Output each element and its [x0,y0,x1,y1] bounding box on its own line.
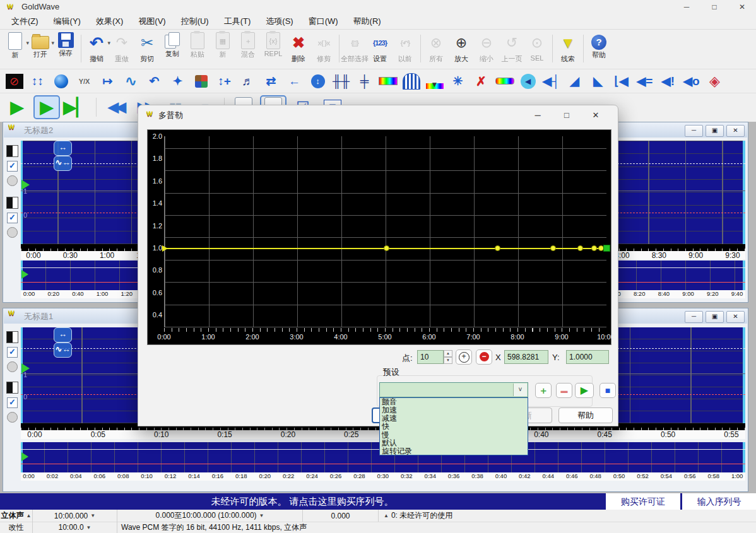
selection-end-marker[interactable] [743,141,745,244]
menu-item[interactable]: 控制(U) [175,14,215,29]
close-button[interactable]: ✕ [726,311,745,323]
channel-radio[interactable] [7,175,18,186]
transport-button[interactable] [93,95,99,119]
preset-option[interactable]: 颤音 [380,398,528,406]
channel-radio[interactable] [7,227,18,238]
channel-mode-cell[interactable]: 立体声▲ [0,510,33,522]
graph-point[interactable] [603,245,610,252]
minimize-button[interactable]: ─ [528,108,547,122]
zoom-in-button[interactable]: ⊕ 放大 ▾ [449,32,474,67]
points-spinner[interactable]: ▲▼ [444,350,452,364]
buy-license-button[interactable]: 购买许可证 [606,493,680,510]
add-point-button[interactable]: + [456,349,472,365]
playback-device-effect-button[interactable]: ◀ [517,72,538,91]
reverse-effect-button[interactable]: ↶ [144,72,165,91]
menu-item[interactable]: 帮助(R) [347,14,387,29]
match-volume-effect-button[interactable]: ◀= [634,72,655,91]
spectrum-down-effect-button[interactable]: ▼ [424,72,445,91]
channel-checkbox[interactable]: ✓ [7,347,18,358]
enter-serial-button[interactable]: 输入序列号 [682,493,756,510]
graph-point[interactable] [577,245,583,251]
delete-button[interactable]: ✖ 删除 ▾ [286,32,311,67]
pan-effect-button[interactable]: ◈ [704,72,725,91]
select-all-button[interactable]: {▯} 全部选择 ▾ [342,32,367,67]
channel-checkbox[interactable]: ✓ [7,397,18,408]
selection-end-marker[interactable] [743,327,745,423]
add-preset-button[interactable]: ＋ [535,383,552,398]
license-message[interactable]: 未经许可的版本。 请点击这里购买序列号。 [0,496,605,508]
restore-button[interactable]: ▣ [706,125,724,137]
preset-combobox[interactable]: ˅ [379,382,528,397]
interpolate-effect-button[interactable]: ↕+ [214,72,235,91]
remove-point-button[interactable]: − [476,349,492,365]
menu-item[interactable]: 视图(V) [132,14,172,29]
channel-view-icon[interactable] [6,382,18,394]
down-arrow-icon[interactable]: ▼ [259,513,264,518]
open-button[interactable]: 打开 ▾ [28,32,53,67]
fade-in-effect-button[interactable]: ◢ [564,72,585,91]
shift-effect-button[interactable]: ← [284,72,305,91]
cue-points-button[interactable]: ▼ 线索 ▾ [555,32,581,67]
menu-item[interactable]: 效果(X) [90,14,129,29]
spin-down-icon[interactable]: ▼ [444,357,452,364]
x-coordinate-input[interactable]: 598.8281 [504,350,548,364]
close-button[interactable]: ✕ [726,125,745,137]
zoom-previous-button[interactable]: ↺ 上一页 ▾ [499,32,524,67]
mix-button[interactable]: ＋ 混合 ▾ [235,32,261,67]
volume-effect-button[interactable]: ◀┤ [541,72,562,91]
doppler-effect-button[interactable]: ∿ [121,72,141,91]
minimize-button[interactable]: ─ [673,0,700,14]
minimize-button[interactable]: ─ [685,311,703,323]
spectrum-filter-effect-button[interactable] [377,72,398,91]
down-arrow-icon[interactable]: ▼ [86,525,92,530]
selection-handle-icon[interactable]: ↔ [54,141,72,156]
close-button[interactable]: ✕ [586,108,605,122]
paste-button[interactable]: 粘贴 ▾ [185,32,210,67]
expression-evaluator-effect-button[interactable]: Y/X [74,72,95,91]
menu-item[interactable]: 文件(Z) [5,14,45,29]
menu-item[interactable]: 窗口(W) [302,14,345,29]
length-cell[interactable]: 10:00.000▼ [33,510,117,522]
noise-reduction-effect-button[interactable] [401,72,422,91]
shape-volume-effect-button[interactable]: ⌊◀ [611,72,632,91]
replace-button[interactable]: {x} REPL ▾ [261,32,286,67]
channel-radio[interactable] [7,412,18,423]
channel-checkbox[interactable]: ✓ [7,213,18,223]
channel-radio[interactable] [7,361,18,372]
restore-button[interactable]: ▣ [706,311,724,323]
menu-item[interactable]: 工具(T) [218,14,257,29]
preset-option[interactable]: 减速 [380,414,528,423]
selection-start-marker[interactable] [21,327,23,423]
selection-handle-icon[interactable]: ↔ [54,327,72,343]
zoom-length-cell[interactable]: 10:00.0▼ [33,522,117,533]
help-button[interactable]: 帮助 [558,407,613,423]
points-input[interactable]: 10 [417,350,444,364]
copy-button[interactable]: 复制 ▾ [160,32,185,67]
remove-preset-button[interactable]: ▬ [556,383,572,398]
graph-point[interactable] [162,245,168,252]
channel-view-icon[interactable] [6,145,18,157]
spectrum-shape-effect-button[interactable] [494,72,515,91]
preset-option[interactable]: 快 [380,423,528,431]
save-button[interactable]: 保存 ▾ [53,32,78,67]
up-arrow-icon[interactable]: ▲ [27,513,32,518]
graph-point[interactable] [384,245,389,251]
chevron-down-icon[interactable]: ˅ [513,384,527,396]
doppler-dialog[interactable]: 多普勒 ─ □ ✕ 2.01.81.61.41.21.00.80.60.4 0:… [138,105,618,426]
undo-button[interactable]: ↶ 撤销 ▾ [84,32,109,67]
rewind-button[interactable]: ◀◀ [102,95,129,119]
plugin-effect-button[interactable] [191,72,211,91]
previous-selection-button[interactable]: {↶} 以前 ▾ [393,32,418,67]
preset-option[interactable]: 慢 [380,431,528,439]
doppler-graph[interactable]: 2.01.81.61.41.21.00.80.60.4 0:001:002:00… [147,129,611,345]
fade-out-effect-button[interactable]: ◣ [588,72,608,91]
equalizer-effect-button[interactable]: ╫╫ [331,72,351,91]
pitch-effect-button[interactable]: ♬ [237,72,258,91]
zoom-selection-button[interactable]: ⊙ SEL ▾ [524,32,550,67]
toolbar-button[interactable]: ▾ [418,32,423,67]
up-arrow-icon[interactable]: ▲ [384,513,389,518]
channel-view-icon[interactable] [6,197,18,209]
maximize-button[interactable]: □ [557,108,576,122]
cut-button[interactable]: ✂ 剪切 ▾ [134,32,160,67]
selection-start-marker[interactable] [21,141,23,244]
